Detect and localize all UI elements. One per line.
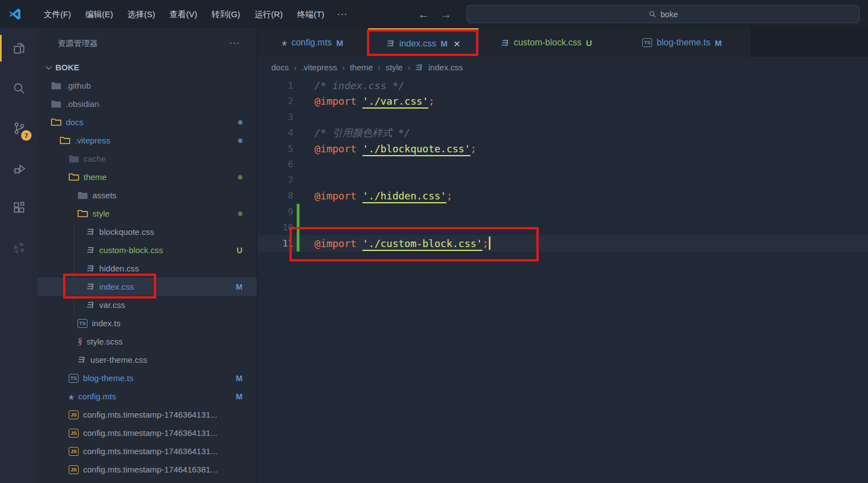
line-number: 9	[257, 207, 293, 217]
tree-item-var.css[interactable]: ヨvar.css	[38, 296, 257, 314]
tree-item-assets[interactable]: assets	[38, 186, 257, 204]
tree-item-label: docs	[66, 117, 84, 127]
git-status-badge: M	[236, 282, 242, 291]
tree-item-.github[interactable]: .github	[38, 76, 257, 95]
activity-item-extensions[interactable]	[0, 188, 38, 228]
tree-item-blockquote.css[interactable]: ヨblockquote.css	[38, 223, 257, 241]
code-line-5[interactable]: 5@import './blockquote.css';	[257, 141, 868, 157]
breadcrumb-item-style[interactable]: style	[386, 63, 403, 72]
line-number: 11	[257, 238, 293, 249]
tab-config.mts[interactable]: *config.mtsM	[257, 28, 368, 57]
menu-item-6[interactable]: 终端(T)	[290, 0, 332, 28]
tree-item-hidden.css[interactable]: ヨhidden.css	[38, 259, 257, 278]
tree-item-index.ts[interactable]: TSindex.ts	[38, 314, 257, 332]
tree-item-docs[interactable]: docs	[38, 113, 257, 131]
code-text: @import './custom-block.css';	[301, 237, 490, 250]
explorer-sidebar: 资源管理器 ··· BOKE .github.obsidiandocs.vite…	[38, 28, 257, 483]
menu-item-1[interactable]: 编辑(E)	[78, 0, 120, 28]
javascript-file-icon: JS	[69, 410, 79, 419]
tree-item-user-theme.css[interactable]: ヨuser-theme.css	[38, 351, 257, 369]
editor-group: *config.mtsMヨindex.cssM×ヨcustom-block.cs…	[257, 28, 868, 483]
folder-icon	[78, 191, 88, 199]
tab-dirty-badge: U	[586, 38, 592, 48]
tab-blog-theme.ts[interactable]: TSblog-theme.tsM	[614, 28, 750, 57]
menu-item-5[interactable]: 运行(R)	[247, 0, 290, 28]
typescript-file-icon: TS	[78, 319, 87, 328]
tab-label: config.mts	[291, 38, 332, 48]
tree-item-label: config.mts.timestamp-1746364131...	[83, 410, 218, 419]
tree-item-config.mts.timestamp-1746364131...[interactable]: JSconfig.mts.timestamp-1746364131...	[38, 405, 257, 424]
gutter-change-bar	[293, 172, 301, 188]
activity-item-extension-pinwheel[interactable]	[0, 228, 38, 268]
forward-arrow-icon[interactable]: →	[440, 0, 452, 28]
command-search-input[interactable]: boke	[467, 5, 860, 23]
line-number: 7	[257, 175, 293, 186]
tree-item-blog-theme.ts[interactable]: TSblog-theme.tsM	[38, 369, 257, 387]
activity-item-run-and-debug[interactable]	[0, 148, 38, 188]
tree-item-label: config.mts.timestamp-1746416381...	[83, 465, 218, 474]
tab-index.css[interactable]: ヨindex.cssM×	[368, 28, 479, 57]
menu-item-3[interactable]: 查看(V)	[162, 0, 204, 28]
code-line-7[interactable]: 7	[257, 172, 868, 188]
tree-item-config.mts.timestamp-1746416381...[interactable]: JSconfig.mts.timestamp-1746416381...	[38, 460, 257, 479]
tab-label: index.css	[399, 39, 436, 49]
code-editor[interactable]: 1/* index.css */2@import './var.css';34/…	[257, 78, 868, 483]
tree-item-.obsidian[interactable]: .obsidian	[38, 95, 257, 113]
menu-item-4[interactable]: 转到(G)	[204, 0, 247, 28]
folder-icon	[60, 136, 70, 145]
close-icon[interactable]: ×	[453, 38, 460, 49]
workspace-root-row[interactable]: BOKE	[38, 58, 257, 76]
folder-icon	[51, 81, 61, 90]
code-line-4[interactable]: 4/* 引用颜色样式 */	[257, 125, 868, 141]
code-line-1[interactable]: 1/* index.css */	[257, 78, 868, 94]
code-line-6[interactable]: 6	[257, 157, 868, 173]
tree-item-config.mts[interactable]: *config.mtsM	[38, 387, 257, 405]
tree-item-style.scss[interactable]: §style.scss	[38, 332, 257, 351]
modified-dot	[238, 175, 242, 179]
menu-overflow-icon[interactable]: ···	[332, 9, 353, 19]
tree-item-config.mts.timestamp-1746364131...[interactable]: JSconfig.mts.timestamp-1746364131...	[38, 442, 257, 460]
css-file-icon: ヨ	[86, 300, 96, 310]
folder-icon	[51, 100, 61, 108]
tree-item-.vitepress[interactable]: .vitepress	[38, 131, 257, 150]
breadcrumb-item-index.css[interactable]: index.css	[428, 63, 463, 72]
tree-item-theme[interactable]: theme	[38, 168, 257, 186]
breadcrumb-item-docs[interactable]: docs	[271, 63, 289, 72]
modified-dot	[238, 120, 242, 125]
breadcrumb-item-theme[interactable]: theme	[350, 63, 373, 72]
css-file-icon: ヨ	[500, 38, 510, 48]
tab-dirty-badge: M	[441, 39, 448, 48]
tree-item-custom-block.css[interactable]: ヨcustom-block.cssU	[38, 241, 257, 259]
typescript-file-icon: TS	[69, 374, 79, 383]
tree-item-style[interactable]: style	[38, 204, 257, 223]
css-file-icon: ヨ	[86, 281, 96, 292]
code-line-2[interactable]: 2@import './var.css';	[257, 94, 868, 110]
back-arrow-icon[interactable]: ←	[418, 0, 430, 28]
menu-item-2[interactable]: 选择(S)	[120, 0, 162, 28]
tree-item-cache[interactable]: cache	[38, 150, 257, 168]
menu-item-0[interactable]: 文件(F)	[37, 0, 78, 28]
tree-item-config.mts.timestamp-1746364131...[interactable]: JSconfig.mts.timestamp-1746364131...	[38, 424, 257, 442]
activity-item-search[interactable]	[0, 68, 38, 108]
tree-item-label: config.mts	[78, 392, 116, 401]
modified-dot	[238, 212, 242, 216]
tab-custom-block.css[interactable]: ヨcustom-block.cssU	[479, 28, 614, 57]
code-line-10[interactable]: 10	[257, 220, 868, 236]
more-actions-icon[interactable]: ···	[229, 38, 240, 49]
code-line-11[interactable]: 11@import './custom-block.css';	[257, 235, 868, 251]
activity-item-source-control[interactable]: 7	[0, 108, 38, 148]
tree-item-label: cache	[84, 154, 106, 163]
breadcrumb-item-.vitepress[interactable]: .vitepress	[302, 63, 337, 72]
code-line-3[interactable]: 3	[257, 109, 868, 125]
tree-item-partial[interactable]: JS	[38, 479, 257, 483]
code-line-8[interactable]: 8@import './hidden.css';	[257, 188, 868, 204]
tree-item-label: config.mts.timestamp-1746364131...	[83, 446, 218, 456]
activity-item-explorer[interactable]	[0, 28, 38, 68]
code-text: @import './hidden.css';	[301, 190, 452, 202]
search-icon	[12, 81, 27, 96]
tab-bar: *config.mtsMヨindex.cssM×ヨcustom-block.cs…	[257, 28, 868, 57]
css-file-icon: ヨ	[415, 63, 424, 73]
code-line-9[interactable]: 9	[257, 204, 868, 220]
gutter-change-bar	[293, 109, 301, 125]
tree-item-index.css[interactable]: ヨindex.cssM	[38, 278, 257, 296]
